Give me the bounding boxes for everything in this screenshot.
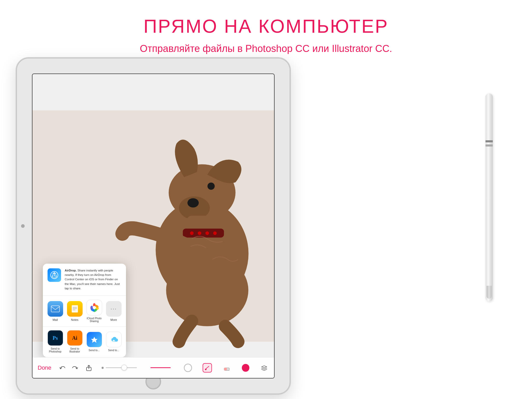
pencil-body — [486, 94, 493, 301]
notes-label: Notes — [71, 318, 78, 321]
airdrop-description: AirDrop. Share instantly with people nea… — [65, 268, 121, 291]
send-actions-row: Ps Send toPhotoshop Ai Send toIllustrato… — [43, 327, 126, 357]
layers-button[interactable] — [260, 363, 269, 373]
airdrop-row: AirDrop. Share instantly with people nea… — [43, 264, 126, 296]
slider-min-dot — [102, 367, 104, 369]
share-mail-button[interactable]: Mail — [48, 301, 63, 321]
svg-point-29 — [205, 369, 207, 370]
photoshop-label: Send toPhotoshop — [49, 347, 62, 353]
svg-rect-15 — [72, 305, 78, 312]
svg-point-11 — [213, 231, 217, 235]
slider-thumb[interactable] — [121, 365, 127, 370]
cloud-icon — [106, 332, 122, 347]
more-icon: ··· — [106, 301, 122, 317]
share-notes-button[interactable]: Notes — [67, 301, 83, 321]
ipad-camera — [21, 224, 25, 228]
svg-point-24 — [90, 306, 93, 310]
send-illustrator-button[interactable]: Ai Send toIllustrator — [67, 330, 83, 353]
slider-track[interactable] — [106, 367, 137, 368]
main-title: ПРЯМО НА КОМПЬЮТЕР — [0, 16, 532, 37]
send-cloud-button[interactable]: Send to... — [106, 332, 122, 352]
photos-icon — [87, 300, 102, 315]
header-section: ПРЯМО НА КОМПЬЮТЕР Отправляйте файлы в P… — [0, 0, 532, 54]
send-photoshop-button[interactable]: Ps Send toPhotoshop — [48, 330, 63, 353]
ipad-device: AirDrop. Share instantly with people nea… — [16, 57, 291, 395]
brush-tool-button[interactable] — [203, 363, 212, 373]
svg-rect-31 — [224, 368, 227, 370]
svg-point-5 — [208, 183, 215, 190]
app-toolbar: Done — [32, 357, 274, 378]
airdrop-title: AirDrop. — [65, 269, 77, 272]
redo-button[interactable] — [71, 363, 80, 373]
share-more-button[interactable]: ··· More — [106, 301, 122, 321]
subtitle: Отправляйте файлы в Photoshop CC или Ill… — [0, 43, 532, 54]
svg-point-12 — [166, 254, 248, 326]
undo-button[interactable] — [58, 363, 67, 373]
app-icons-row: Mail Notes — [43, 296, 126, 327]
share-sheet: AirDrop. Share instantly with people nea… — [43, 264, 126, 357]
svg-rect-7 — [183, 229, 224, 238]
pen-size-slider[interactable] — [102, 367, 137, 369]
color-selector-white[interactable] — [184, 364, 192, 372]
ipad-screen: AirDrop. Share instantly with people nea… — [32, 74, 275, 378]
photoshop-icon: Ps — [48, 330, 63, 346]
share-button[interactable] — [84, 363, 93, 373]
notes-icon — [67, 301, 83, 317]
illustrator-icon: Ai — [67, 330, 83, 346]
photos-label: iCloud PhotoSharing — [87, 317, 102, 323]
pencil-tip — [487, 286, 492, 299]
svg-point-25 — [93, 306, 96, 309]
color-red-button[interactable] — [242, 364, 249, 372]
svg-point-8 — [190, 231, 194, 235]
illustrator-label: Send toIllustrator — [69, 347, 80, 353]
appstore-icon — [87, 332, 102, 347]
eraser-tool-button[interactable] — [222, 363, 231, 373]
send-appstore-button[interactable]: Send to... — [87, 332, 102, 352]
more-label: More — [110, 318, 117, 321]
color-line-indicator — [150, 367, 171, 368]
svg-point-10 — [205, 231, 209, 235]
apple-pencil — [483, 73, 496, 320]
done-button[interactable]: Done — [38, 364, 51, 371]
ipad-wrapper: AirDrop. Share instantly with people nea… — [16, 57, 501, 399]
send-appstore-label: Send to... — [89, 349, 100, 352]
mail-label: Mail — [52, 318, 58, 321]
airdrop-icon — [48, 268, 61, 282]
send-cloud-label: Send to... — [108, 349, 119, 352]
pencil-band-2 — [486, 144, 493, 147]
svg-point-4 — [188, 198, 199, 208]
svg-rect-14 — [51, 306, 59, 312]
more-dots-icon: ··· — [110, 305, 117, 312]
mail-icon — [48, 301, 63, 317]
pencil-band-1 — [486, 140, 493, 142]
svg-point-9 — [198, 231, 201, 235]
share-photos-button[interactable]: iCloud PhotoSharing — [87, 300, 102, 323]
